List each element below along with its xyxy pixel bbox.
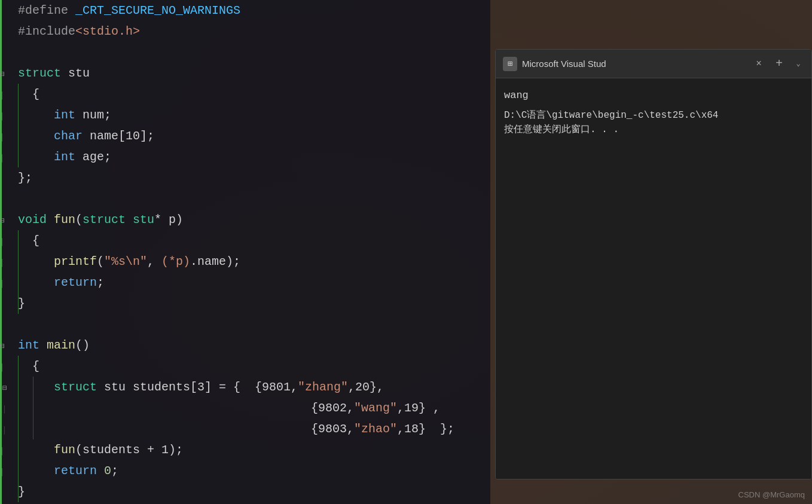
zhang-end: ,20}, bbox=[348, 380, 384, 394]
vline-marker-3: │ bbox=[0, 133, 4, 142]
code-line-24: } bbox=[0, 481, 490, 502]
code-text-8: int age; bbox=[18, 146, 490, 167]
field-name: name[10] bbox=[83, 129, 147, 143]
code-content: #define _CRT_SECURE_NO_WARNINGS #include… bbox=[0, 0, 490, 502]
terminal-chevron-button[interactable]: ⌄ bbox=[792, 56, 804, 72]
code-text-6: int num; bbox=[18, 105, 490, 126]
open-brace-3: { bbox=[18, 359, 39, 373]
gutter-7: │ bbox=[0, 132, 18, 142]
return-val: 0 bbox=[104, 464, 111, 478]
code-text-17: int main() bbox=[18, 335, 490, 356]
kw-struct-3: struct bbox=[54, 380, 97, 394]
gutter-14: │ bbox=[0, 278, 18, 289]
close-struct: }; bbox=[18, 171, 32, 185]
vs-icon-char: ⊞ bbox=[508, 59, 512, 69]
code-line-14: │ return; bbox=[0, 272, 490, 293]
fn-fun: fun bbox=[54, 213, 75, 227]
vline-marker-1: │ bbox=[0, 91, 4, 100]
terminal-app-icon: ⊞ bbox=[503, 57, 517, 71]
code-text-20: {9802,"wang",19} , bbox=[18, 398, 490, 419]
vline-marker-4: │ bbox=[0, 154, 4, 163]
code-text-3 bbox=[18, 42, 490, 63]
fun-block: ⊟ void fun(struct stu* p) │ { │ printf("… bbox=[0, 209, 490, 314]
open-brace-1: { bbox=[18, 87, 39, 101]
vline-marker-6: │ bbox=[0, 259, 4, 267]
terminal-output-path: D:\C语言\gitware\begin_-c\test25.c\x64 bbox=[504, 108, 803, 123]
code-line-5: │ { bbox=[0, 84, 490, 105]
collapse-btn-struct[interactable]: ⊟ bbox=[0, 70, 5, 79]
semi-5: ; bbox=[97, 276, 104, 289]
code-line-17: ⊟ int main() bbox=[0, 335, 490, 356]
gutter-8: │ bbox=[0, 152, 18, 163]
gutter-23: │ bbox=[0, 466, 18, 477]
kw-int-age: int bbox=[54, 150, 75, 164]
gutter-5: │ bbox=[0, 90, 18, 100]
code-text-13: printf("%s\n", (*p).name); bbox=[18, 251, 490, 272]
code-editor: #define _CRT_SECURE_NO_WARNINGS #include… bbox=[0, 0, 490, 504]
semi-1: ; bbox=[104, 108, 111, 122]
dot-name: .name) bbox=[190, 255, 233, 268]
zhao-end: ,18} }; bbox=[397, 422, 454, 436]
brace-wang: {9802, bbox=[311, 401, 354, 415]
open-brace-2: { bbox=[18, 234, 39, 248]
kw-return-2: return bbox=[54, 464, 104, 478]
code-text-23: return 0; bbox=[18, 460, 490, 481]
code-line-20: │ {9802,"wang",19} , bbox=[0, 398, 490, 419]
collapse-btn-main[interactable]: ⊟ bbox=[0, 342, 5, 351]
close-main: } bbox=[18, 485, 25, 499]
kw-char: char bbox=[54, 129, 83, 143]
students-block: ⊟ struct stu students[3] = { {9801,"zhan… bbox=[0, 377, 490, 439]
macro-val-1: _CRT_SECURE_NO_WARNINGS bbox=[75, 4, 240, 17]
code-text-15: } bbox=[18, 293, 490, 314]
collapse-btn-students[interactable]: ⊟ bbox=[2, 384, 7, 393]
fn-printf: printf bbox=[54, 255, 97, 268]
code-text-24: } bbox=[18, 481, 490, 502]
wang-end: ,19} , bbox=[397, 401, 440, 415]
code-text-5: { bbox=[18, 84, 490, 105]
fmt-str: "%s\n" bbox=[104, 255, 147, 268]
vline-marker-12: │ bbox=[0, 468, 4, 476]
terminal-close-button[interactable]: × bbox=[752, 57, 766, 71]
code-text-1: #define _CRT_SECURE_NO_WARNINGS bbox=[18, 0, 490, 21]
vline-marker-2: │ bbox=[0, 112, 4, 121]
code-text-14: return; bbox=[18, 272, 490, 293]
code-text-9: }; bbox=[18, 167, 490, 188]
field-num: num bbox=[75, 108, 104, 122]
code-text-11: void fun(struct stu* p) bbox=[18, 209, 490, 230]
kw-int-main: int bbox=[18, 338, 39, 352]
code-line-15: } bbox=[0, 293, 490, 314]
kw-return-1: return bbox=[54, 276, 97, 289]
code-line-3 bbox=[0, 42, 490, 63]
vline-marker-9: │ bbox=[2, 405, 7, 414]
terminal-titlebar: ⊞ Microsoft Visual Stud × + ⌄ bbox=[496, 50, 811, 78]
close-fun: } bbox=[18, 297, 25, 310]
brace-zhao: {9803, bbox=[311, 422, 354, 436]
code-line-9: }; bbox=[0, 167, 490, 188]
code-text-12: { bbox=[18, 230, 490, 251]
terminal-body: wang D:\C语言\gitware\begin_-c\test25.c\x6… bbox=[496, 78, 811, 479]
terminal-output-wang: wang bbox=[504, 88, 803, 103]
semi-2: ; bbox=[147, 129, 154, 143]
main-parens: () bbox=[75, 338, 90, 352]
code-line-16 bbox=[0, 314, 490, 335]
struct-name-1: stu bbox=[61, 66, 90, 80]
code-text-22: fun(students + 1); bbox=[18, 439, 490, 460]
collapse-btn-fun[interactable]: ⊟ bbox=[0, 216, 5, 225]
code-line-4: ⊟ struct stu bbox=[0, 63, 490, 84]
str-zhang: "zhang" bbox=[298, 380, 348, 394]
code-line-10 bbox=[0, 188, 490, 209]
kw-int-num: int bbox=[54, 108, 75, 122]
kw-void: void bbox=[18, 213, 47, 227]
code-text-18: { bbox=[18, 356, 490, 377]
include-path-1: <stdio.h> bbox=[75, 25, 140, 38]
code-line-7: │ char name[10]; bbox=[0, 126, 490, 146]
terminal-panel: ⊞ Microsoft Visual Stud × + ⌄ wang D:\C语… bbox=[495, 49, 812, 479]
terminal-add-button[interactable]: + bbox=[771, 56, 787, 72]
preprocessor-1: #define bbox=[18, 4, 75, 17]
gutter-11: ⊟ bbox=[0, 215, 18, 226]
kw-struct-1: struct bbox=[18, 66, 61, 80]
vline-marker-10: │ bbox=[2, 426, 7, 435]
code-text-16 bbox=[18, 314, 490, 335]
code-line-18: │ { bbox=[0, 356, 490, 377]
gutter-18: │ bbox=[0, 362, 18, 372]
